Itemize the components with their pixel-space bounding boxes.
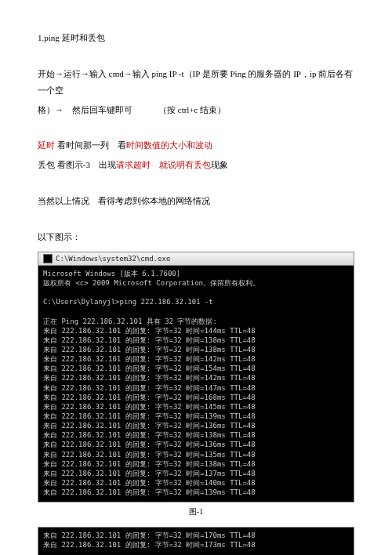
heading: 1.ping 延时和丢包 xyxy=(38,30,354,46)
terminal-2-body: 来自 222.186.32.101 的回复: 字节=32 时间=170ms TT… xyxy=(38,528,354,555)
paragraph-4: 当然以上情况 看得考虑到你本地的网络情况 xyxy=(38,193,354,209)
figure-1-caption: 图-1 xyxy=(38,504,354,519)
terminal-figure-2: 来自 222.186.32.101 的回复: 字节=32 时间=170ms TT… xyxy=(38,527,354,555)
text-latency-mid: 看时间那一列 看 xyxy=(55,140,126,150)
text-loss-a: 丢包 看图示-3 出现 xyxy=(38,160,116,169)
terminal-title: C:\Windows\system32\cmd.exe xyxy=(56,254,170,263)
text-latency-emph: 时间数值的大小和波动 xyxy=(126,140,212,150)
text-latency-label: 延时 xyxy=(38,140,55,150)
paragraph-1b: 格）→ 然后回车键即可 （按 ctrl+c 结束） xyxy=(38,102,354,118)
terminal-1-body: Microsoft Windows [版本 6.1.7600] 版权所有 <c>… xyxy=(38,266,354,502)
paragraph-2: 延时 看时间那一列 看时间数值的大小和波动 xyxy=(38,137,354,154)
paragraph-5: 以下图示： xyxy=(38,229,354,245)
paragraph-1a: 开始→运行→输入 cmd→输入 ping IP -t（IP 是所要 Ping 的… xyxy=(38,66,354,99)
document-page: 1.ping 延时和丢包 开始→运行→输入 cmd→输入 ping IP -t（… xyxy=(0,0,392,555)
cmd-icon xyxy=(43,254,53,263)
paragraph-3: 丢包 看图示-3 出现请求超时 就说明有丢包现象 xyxy=(38,157,354,173)
terminal-titlebar: C:\Windows\system32\cmd.exe xyxy=(38,252,354,266)
text-loss-gap xyxy=(151,160,159,169)
text-loss-tail: 现象 xyxy=(211,160,228,169)
terminal-figure-1: C:\Windows\system32\cmd.exe Microsoft Wi… xyxy=(38,252,354,503)
text-loss-red1: 请求超时 xyxy=(116,160,151,169)
text-loss-red2: 就说明有丢包 xyxy=(159,160,211,169)
